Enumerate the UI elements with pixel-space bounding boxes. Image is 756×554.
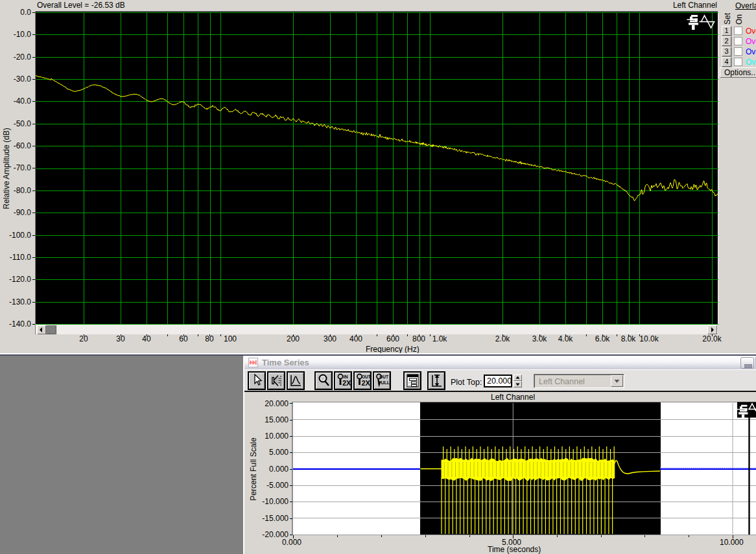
svg-text:OUT: OUT xyxy=(379,375,388,379)
svg-text:FULL: FULL xyxy=(378,380,390,385)
svg-text:2X: 2X xyxy=(342,379,351,387)
svg-text:>>: >> xyxy=(408,384,410,387)
svg-text:OUT: OUT xyxy=(362,375,370,379)
svg-text:>>: >> xyxy=(408,382,410,384)
svg-text:2X: 2X xyxy=(362,379,371,387)
svg-text:IN: IN xyxy=(344,375,348,379)
